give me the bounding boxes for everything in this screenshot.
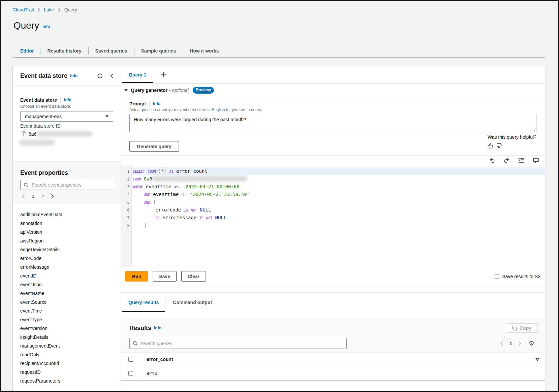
property-item-eventType[interactable]: eventType [20,315,113,324]
results-info-link[interactable]: Info [154,326,161,330]
copy-results-button[interactable]: Copy [506,323,538,333]
code-line-8: ) [132,222,545,229]
format-indent-button[interactable] [518,158,524,163]
property-item-requestParameters[interactable]: requestParameters [20,377,113,385]
event-data-store-id-row: 8a6 [20,131,113,137]
event-data-store-select[interactable]: management-eds [20,111,113,122]
query-editor-panel: Event data store Info Event data store I… [12,66,545,391]
select-all-checkbox[interactable] [128,357,133,362]
sql-code-editor[interactable]: 12345678 select count(*) as error_countf… [121,165,545,267]
event-properties-section: Event properties 12 [13,161,121,204]
properties-page-2[interactable]: 2 [39,193,46,200]
output-tab-command-output[interactable]: Command output [166,293,218,312]
properties-prev-button[interactable] [20,193,27,200]
expand-triangle-icon[interactable] [124,89,128,92]
results-title: Results [129,325,151,332]
feedback-comment-button[interactable] [533,158,539,163]
page-title-info-link[interactable]: Info [42,24,50,29]
pagination-page-1[interactable]: 1 [507,340,514,347]
sidebar-info-link[interactable]: Info [70,73,77,78]
breadcrumb-item-query: Query [64,7,77,12]
chevron-left-icon [22,194,25,199]
indent-icon [518,158,524,163]
add-query-tab-button[interactable] [153,66,174,83]
property-item-eventTime[interactable]: eventTime [20,306,113,315]
save-button[interactable]: Save [153,271,177,282]
window-frame-left [0,0,1,392]
redo-button[interactable] [504,158,509,163]
tab-sample-queries[interactable]: Sample queries [134,44,183,57]
editor-toolbar [121,155,545,165]
chevron-left-icon [110,73,114,78]
code-line-2: from 8a6 [132,175,545,183]
label-divider [60,97,61,103]
breadcrumb-item-cloudtrail[interactable]: CloudTrail [12,7,34,12]
event-properties-search-input[interactable] [31,182,110,188]
query-tab-query-1[interactable]: Query 1 [122,66,153,83]
prompt-description: Ask a question about your event data sto… [129,107,536,112]
code-line-5: and ( [132,198,545,206]
feedback-question: Was this query helpful? [488,134,536,140]
prompt-section: Prompt Info Ask a question about your ev… [121,97,545,155]
property-item-eventVersion[interactable]: eventVersion [20,324,113,333]
collapse-sidebar-button[interactable] [110,73,114,78]
breadcrumb-chevron-icon [37,8,40,12]
property-item-insightDetails[interactable]: insightDetails [20,333,113,341]
breadcrumb-item-lake[interactable]: Lake [44,7,54,12]
preferences-gear-icon[interactable]: ⚙ [529,340,534,347]
chevron-left-icon [500,341,503,346]
refresh-icon [97,73,103,79]
copy-id-button[interactable] [22,131,26,136]
tab-saved-queries[interactable]: Saved queries [89,44,134,57]
output-tab-query-results[interactable]: Query results [122,293,165,312]
undo-button[interactable] [489,158,495,163]
refresh-button[interactable] [97,73,103,79]
property-item-managementEvent[interactable]: managementEvent [20,341,113,350]
code-line-7: or errormessage is not NULL [132,214,545,222]
redacted-id-segment [37,131,93,137]
property-item-eventID[interactable]: eventID [20,271,113,280]
pagination-prev-button[interactable] [500,341,503,346]
window-frame-right [558,0,559,392]
clear-button[interactable]: Clear [181,271,206,282]
property-item-eventJson[interactable]: eventJson [20,280,113,289]
tab-separator [165,298,165,307]
save-results-s3-label: Save results to S3 [502,274,540,279]
event-data-store-info-link[interactable]: Info [64,98,71,102]
run-button[interactable]: Run [125,271,148,282]
row-checkbox[interactable] [128,371,133,376]
results-search [129,338,347,349]
properties-page-1[interactable]: 1 [30,193,36,200]
properties-next-button[interactable] [49,193,56,200]
tab-results-history[interactable]: Results history [40,44,88,57]
property-item-awsRegion[interactable]: awsRegion [20,236,113,245]
property-item-additionalEventData[interactable]: additionalEventData [20,210,113,219]
property-item-requestID[interactable]: requestID [20,368,113,377]
property-item-apiVersion[interactable]: apiVersion [20,228,113,236]
property-item-edgeDeviceDetails[interactable]: edgeDeviceDetails [20,245,113,254]
line-number-8: 8 [121,222,130,229]
property-item-recipientAccountId[interactable]: recipientAccountId [20,359,113,368]
property-item-annotation[interactable]: annotation [20,219,113,228]
pagination-next-button[interactable] [518,341,521,346]
tab-editor[interactable]: Editor [17,44,40,57]
thumbs-up-button[interactable] [488,143,493,149]
property-item-readOnly[interactable]: readOnly [20,350,113,359]
property-item-errorCode[interactable]: errorCode [20,254,113,263]
save-results-s3-checkbox[interactable] [495,274,499,279]
save-results-s3: Save results to S3 [495,274,540,279]
column-filter-button[interactable] [535,358,539,361]
results-section: Results Info Copy [121,312,545,391]
plus-icon [160,72,166,78]
property-item-errorMessage[interactable]: errorMessage [20,263,113,271]
event-properties-search [20,180,113,190]
thumbs-down-button[interactable] [496,143,502,149]
property-item-eventName[interactable]: eventName [20,289,113,298]
event-data-store-label: Event data store [20,97,57,103]
results-search-input[interactable] [141,341,343,346]
tab-how-it-works[interactable]: How it works [183,44,225,57]
prompt-input[interactable] [130,114,536,132]
generate-query-button[interactable]: Generate query [129,141,179,152]
prompt-info-link[interactable]: Info [153,101,160,106]
property-item-eventSource[interactable]: eventSource [20,298,113,306]
